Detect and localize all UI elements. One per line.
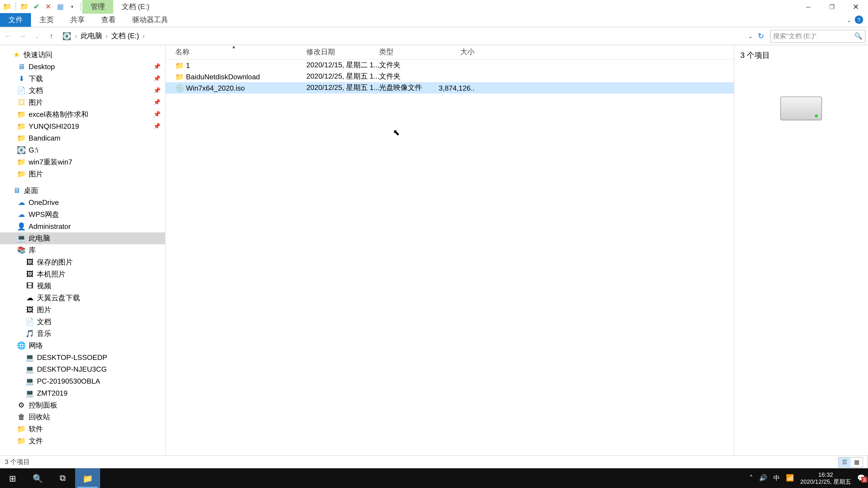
- ime-indicator[interactable]: 中: [773, 474, 780, 483]
- file-pane: ▴ 名称 修改日期 类型 大小 📁12020/12/15, 星期二 1...文件…: [166, 45, 868, 471]
- chevron-right-icon[interactable]: ›: [74, 33, 78, 39]
- sidebar-bandicam[interactable]: 📁Bandicam: [0, 132, 165, 144]
- file-row[interactable]: 📁12020/12/15, 星期二 1...文件夹: [166, 60, 734, 71]
- tab-drive-tools[interactable]: 驱动器工具: [124, 13, 176, 27]
- qat-dropdown-icon[interactable]: ▾: [67, 2, 77, 11]
- sidebar-excel[interactable]: 📁excel表格制作求和📌: [0, 108, 165, 121]
- sidebar-pics3[interactable]: 🖼图片: [0, 304, 165, 316]
- breadcrumb-current[interactable]: 文档 (E:): [109, 31, 142, 41]
- sidebar-win7[interactable]: 📁win7重装win7: [0, 156, 165, 168]
- volume-icon[interactable]: 🔊: [759, 474, 767, 482]
- navigation-pane[interactable]: ★快速访问 🖥Desktop📌 ⬇下载📌 📄文档📌 🖼图片📌 📁excel表格制…: [0, 45, 166, 471]
- qat-properties-icon[interactable]: ▦: [55, 2, 65, 11]
- sidebar-downloads[interactable]: ⬇下载📌: [0, 73, 165, 85]
- sidebar-pc3[interactable]: 💻PC-20190530OBLA: [0, 375, 165, 387]
- file-list[interactable]: ▴ 名称 修改日期 类型 大小 📁12020/12/15, 星期二 1...文件…: [166, 45, 734, 471]
- sidebar-gdrive[interactable]: 💽G:\: [0, 144, 165, 156]
- sidebar-music[interactable]: 🎵音乐: [0, 328, 165, 339]
- qat-delete-icon[interactable]: ✕: [43, 2, 53, 11]
- sidebar-camera-roll[interactable]: 🖼本机照片: [0, 268, 165, 280]
- file-row[interactable]: 💿Win7x64_2020.iso2020/12/25, 星期五 1...光盘映…: [166, 82, 734, 94]
- sidebar-wps[interactable]: ☁WPS网盘: [0, 208, 165, 221]
- taskbar[interactable]: ⊞ 🔍 ⧉ 📁 ˄ 🔊 中 📶 16:32 2020/12/25, 星期五 💬3: [0, 468, 868, 488]
- tab-share[interactable]: 共享: [62, 13, 93, 27]
- sidebar-yunqi[interactable]: 📁YUNQISHI2019📌: [0, 121, 165, 132]
- search-input[interactable]: 搜索"文档 (E:)" 🔍: [770, 30, 866, 43]
- details-view-icon[interactable]: ☰: [839, 457, 850, 467]
- close-button[interactable]: ✕: [844, 0, 868, 13]
- sidebar-pc2[interactable]: 💻DESKTOP-NJEU3CG: [0, 363, 165, 376]
- chevron-right-icon[interactable]: ›: [104, 33, 109, 39]
- sidebar-pc4[interactable]: 💻ZMT2019: [0, 387, 165, 399]
- file-name: BaiduNetdiskDownload: [186, 72, 307, 80]
- recycle-icon: 🗑: [17, 413, 26, 421]
- column-name[interactable]: 名称: [175, 47, 306, 57]
- wifi-icon[interactable]: 📶: [786, 474, 794, 482]
- taskbar-explorer[interactable]: 📁: [75, 468, 100, 488]
- up-button[interactable]: ↑: [45, 30, 57, 42]
- action-center-icon[interactable]: 💬3: [857, 474, 866, 482]
- help-icon[interactable]: ?: [855, 15, 863, 24]
- preview-item-count: 3 个项目: [740, 50, 770, 61]
- sidebar-library[interactable]: 📚库: [0, 244, 165, 256]
- sidebar-pictures[interactable]: 🖼图片📌: [0, 96, 165, 108]
- file-row[interactable]: 📁BaiduNetdiskDownload2020/12/25, 星期五 1..…: [166, 71, 734, 82]
- task-view-button[interactable]: ⧉: [50, 468, 75, 488]
- clock[interactable]: 16:32 2020/12/25, 星期五: [800, 471, 851, 485]
- sidebar-onedrive[interactable]: ☁OneDrive: [0, 197, 165, 208]
- system-tray[interactable]: ˄ 🔊 中 📶 16:32 2020/12/25, 星期五 💬3: [749, 468, 868, 488]
- user-icon: 👤: [17, 222, 26, 231]
- address-dropdown-icon[interactable]: ⌄: [748, 33, 753, 39]
- pin-icon: 📌: [153, 99, 160, 105]
- sidebar-documents[interactable]: 📄文档📌: [0, 85, 165, 96]
- sidebar-control-panel[interactable]: ⚙控制面板: [0, 399, 165, 411]
- sidebar-pc1[interactable]: 💻DESKTOP-LSSOEDP: [0, 352, 165, 363]
- view-toggle[interactable]: ☰ ▦: [838, 457, 863, 467]
- tab-view[interactable]: 查看: [93, 13, 124, 27]
- tab-home[interactable]: 主页: [31, 13, 62, 27]
- column-type[interactable]: 类型: [379, 47, 439, 57]
- address-bar[interactable]: 💽 › 此电脑 › 文档 (E:) ›: [62, 31, 146, 41]
- search-button[interactable]: 🔍: [25, 468, 50, 488]
- history-dropdown-icon[interactable]: ⌄: [31, 30, 43, 42]
- sidebar-videos[interactable]: 🎞视频: [0, 280, 165, 292]
- sidebar-this-pc[interactable]: 💻此电脑: [0, 232, 165, 244]
- chevron-right-icon[interactable]: ›: [142, 33, 146, 39]
- sidebar-desktop2[interactable]: 🖥桌面: [0, 185, 165, 197]
- maximize-button[interactable]: ❐: [820, 0, 844, 13]
- start-button[interactable]: ⊞: [0, 468, 25, 488]
- column-size[interactable]: 大小: [439, 47, 474, 57]
- time-text: 16:32: [800, 471, 851, 478]
- forward-button[interactable]: →: [17, 30, 29, 42]
- search-icon[interactable]: 🔍: [854, 32, 863, 40]
- sidebar-admin[interactable]: 👤Administrator: [0, 221, 165, 232]
- ribbon-collapse-icon[interactable]: ⌄: [846, 17, 851, 23]
- column-headers[interactable]: ▴ 名称 修改日期 类型 大小: [166, 45, 734, 59]
- tray-overflow-icon[interactable]: ˄: [749, 474, 753, 482]
- column-date[interactable]: 修改日期: [306, 47, 379, 57]
- qat-check-icon[interactable]: ✔: [32, 2, 41, 11]
- cloud-icon: ☁: [17, 210, 26, 219]
- sidebar-desktop[interactable]: 🖥Desktop📌: [0, 61, 165, 73]
- sidebar-docs3[interactable]: 📄文档: [0, 316, 165, 328]
- breadcrumb-root[interactable]: 此电脑: [78, 31, 104, 41]
- back-button[interactable]: ←: [2, 30, 14, 42]
- minimize-button[interactable]: ─: [796, 0, 820, 13]
- sidebar-software[interactable]: 📁软件: [0, 423, 165, 435]
- sidebar-tianyi[interactable]: ☁天翼云盘下载: [0, 292, 165, 304]
- status-text: 3 个项目: [5, 457, 30, 466]
- thumbnails-view-icon[interactable]: ▦: [850, 457, 863, 467]
- sidebar-saved-pics[interactable]: 🖼保存的图片: [0, 256, 165, 268]
- folder-icon: ☁: [25, 294, 35, 302]
- refresh-icon[interactable]: ↻: [758, 32, 764, 41]
- sidebar-pictures2[interactable]: 📁图片: [0, 168, 165, 180]
- sidebar-files[interactable]: 📁文件: [0, 435, 165, 447]
- contextual-tab[interactable]: 管理: [82, 0, 113, 13]
- sidebar-network[interactable]: 🌐网络: [0, 339, 165, 352]
- qat-new-folder-icon[interactable]: 📁: [20, 2, 29, 11]
- sidebar-recycle[interactable]: 🗑回收站: [0, 411, 165, 423]
- navigation-bar: ← → ⌄ ↑ 💽 › 此电脑 › 文档 (E:) › ⌄ ↻ 搜索"文档 (E…: [0, 27, 868, 45]
- tab-file[interactable]: 文件: [0, 13, 31, 27]
- sidebar-quick-access[interactable]: ★快速访问: [0, 49, 165, 61]
- preview-pane: 3 个项目: [734, 45, 868, 471]
